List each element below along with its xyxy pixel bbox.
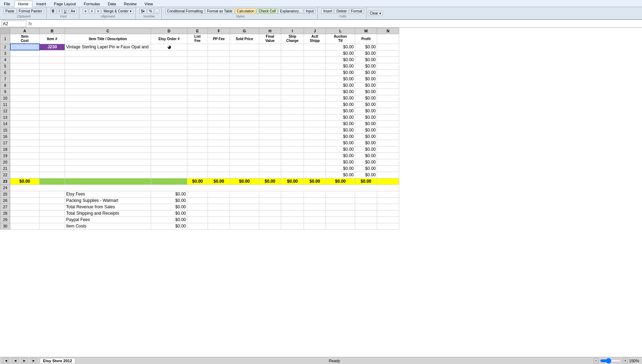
cell-i29[interactable]	[281, 216, 304, 223]
cell-e15[interactable]	[187, 127, 208, 133]
conditional-formatting-button[interactable]: Conditional Formatting	[165, 9, 205, 14]
cell-f10[interactable]	[208, 95, 230, 101]
cell-e27[interactable]	[187, 204, 208, 210]
cell-l13[interactable]: $0.00	[326, 114, 355, 121]
cell-a15[interactable]	[10, 127, 39, 133]
cell-j9[interactable]	[304, 89, 326, 95]
cell-l9[interactable]: $0.00	[326, 89, 355, 95]
cell-j21[interactable]	[304, 165, 326, 172]
cell-a14[interactable]	[10, 121, 39, 127]
cell-g13[interactable]	[230, 114, 259, 121]
cell-n18[interactable]	[377, 146, 399, 152]
cell-c6[interactable]	[65, 69, 151, 76]
cell-m6[interactable]: $0.00	[355, 69, 377, 76]
cell-i22[interactable]	[281, 172, 304, 178]
align-left-button[interactable]: ≡	[83, 9, 89, 14]
cell-j6[interactable]	[304, 69, 326, 76]
tab-view[interactable]: View	[141, 1, 157, 7]
cell-j11[interactable]	[304, 101, 326, 108]
cell-d14[interactable]	[151, 121, 187, 127]
tab-page-layout[interactable]: Page Layout	[50, 1, 80, 7]
cell-n19[interactable]	[377, 152, 399, 159]
cell-m2[interactable]: $0.00	[355, 44, 377, 50]
cell-d7[interactable]	[151, 76, 187, 82]
cell-i1[interactable]: ShipCharge	[281, 34, 304, 44]
cell-m11[interactable]: $0.00	[355, 101, 377, 108]
cell-f3[interactable]	[208, 50, 230, 57]
cell-d9[interactable]	[151, 89, 187, 95]
cell-l27[interactable]	[326, 204, 355, 210]
clear-button[interactable]: Clear ▾	[368, 11, 383, 16]
cell-a3[interactable]	[10, 50, 39, 57]
col-header-f[interactable]: F	[208, 28, 230, 34]
cell-m3[interactable]: $0.00	[355, 50, 377, 57]
cell-i27[interactable]	[281, 204, 304, 210]
cell-a17[interactable]	[10, 140, 39, 146]
cell-l7[interactable]: $0.00	[326, 76, 355, 82]
cell-f26[interactable]	[208, 197, 230, 204]
cell-a8[interactable]	[10, 82, 39, 89]
cell-b8[interactable]	[39, 82, 65, 89]
cell-f29[interactable]	[208, 216, 230, 223]
cell-a9[interactable]	[10, 89, 39, 95]
sheet-tab-etsy[interactable]: Etsy Store 2012	[40, 358, 75, 363]
cell-i16[interactable]	[281, 133, 304, 140]
cell-m8[interactable]: $0.00	[355, 82, 377, 89]
cell-h7[interactable]	[259, 76, 281, 82]
cell-g10[interactable]	[230, 95, 259, 101]
col-header-n[interactable]: N	[377, 28, 399, 34]
cell-j23-total[interactable]: $0.00	[304, 178, 326, 184]
cell-e9[interactable]	[187, 89, 208, 95]
cell-g9[interactable]	[230, 89, 259, 95]
cell-i20[interactable]	[281, 159, 304, 165]
merge-center-button[interactable]: Merge & Center ▾	[102, 9, 133, 14]
col-header-e[interactable]: E	[187, 28, 208, 34]
col-header-b[interactable]: B	[39, 28, 65, 34]
cell-h27[interactable]	[259, 204, 281, 210]
cell-a13[interactable]	[10, 114, 39, 121]
cell-e5[interactable]	[187, 63, 208, 69]
cell-e28[interactable]	[187, 210, 208, 216]
cell-b10[interactable]	[39, 95, 65, 101]
currency-button[interactable]: $▾	[139, 9, 147, 14]
cell-i23-total[interactable]: $0.00	[281, 178, 304, 184]
cell-n1[interactable]	[377, 34, 399, 44]
cell-m15[interactable]: $0.00	[355, 127, 377, 133]
cell-n20[interactable]	[377, 159, 399, 165]
cell-f14[interactable]	[208, 121, 230, 127]
cell-a4[interactable]	[10, 57, 39, 63]
cell-i28[interactable]	[281, 210, 304, 216]
tab-home[interactable]: Home	[14, 1, 32, 7]
cell-f4[interactable]	[208, 57, 230, 63]
cell-i12[interactable]	[281, 108, 304, 114]
col-header-c[interactable]: C	[65, 28, 151, 34]
cell-j15[interactable]	[304, 127, 326, 133]
cell-l15[interactable]: $0.00	[326, 127, 355, 133]
cell-f15[interactable]	[208, 127, 230, 133]
cell-e2[interactable]	[187, 44, 208, 50]
cell-j7[interactable]	[304, 76, 326, 82]
cell-b4[interactable]	[39, 57, 65, 63]
cell-h13[interactable]	[259, 114, 281, 121]
cell-l16[interactable]: $0.00	[326, 133, 355, 140]
cell-m17[interactable]: $0.00	[355, 140, 377, 146]
cell-m26[interactable]	[355, 197, 377, 204]
cell-f17[interactable]	[208, 140, 230, 146]
cell-h2[interactable]	[259, 44, 281, 50]
cell-j1[interactable]: ActlShipp	[304, 34, 326, 44]
cell-j8[interactable]	[304, 82, 326, 89]
cell-l19[interactable]: $0.00	[326, 152, 355, 159]
cell-e19[interactable]	[187, 152, 208, 159]
cell-c8[interactable]	[65, 82, 151, 89]
cell-j4[interactable]	[304, 57, 326, 63]
col-header-g[interactable]: G	[230, 28, 259, 34]
col-header-a[interactable]: A	[10, 28, 39, 34]
cell-c22[interactable]	[65, 172, 151, 178]
cell-a21[interactable]	[10, 165, 39, 172]
cell-g23-total[interactable]: $0.00	[230, 178, 259, 184]
cell-f9[interactable]	[208, 89, 230, 95]
cell-l10[interactable]: $0.00	[326, 95, 355, 101]
cell-c28-label[interactable]: Total Shipping and Receipts	[65, 210, 151, 216]
cell-e6[interactable]	[187, 69, 208, 76]
cell-j18[interactable]	[304, 146, 326, 152]
